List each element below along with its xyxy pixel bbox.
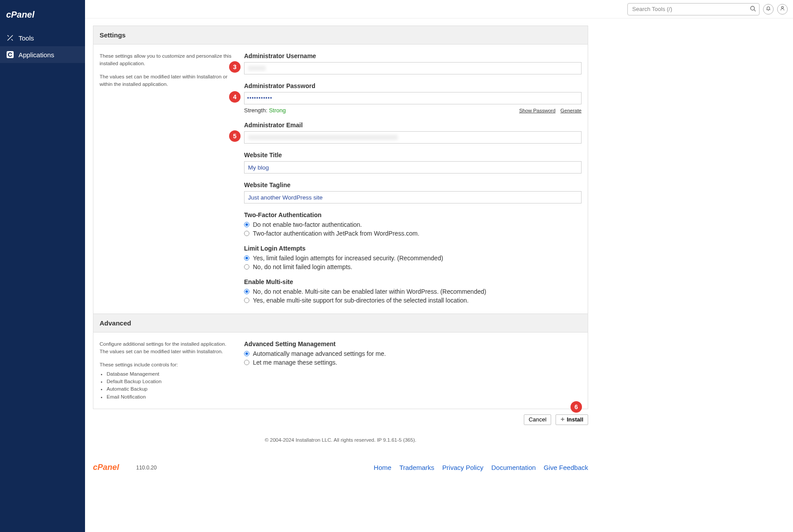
footer-link-home[interactable]: Home [374, 464, 391, 471]
account-button[interactable] [777, 4, 788, 15]
svg-text:cPanel: cPanel [6, 10, 35, 19]
search-input[interactable] [627, 3, 760, 15]
advanced-header: Advanced [93, 314, 588, 332]
multisite-yes[interactable]: Yes, enable multi-site support for sub-d… [244, 297, 582, 304]
search-icon[interactable] [750, 5, 756, 13]
notifications-button[interactable] [763, 4, 774, 15]
tfa-option-disable[interactable]: Do not enable two-factor authentication. [244, 221, 582, 228]
advanced-mgmt-label: Advanced Setting Management [244, 340, 582, 347]
radio-checked-icon[interactable] [244, 222, 249, 227]
advanced-bullets: Database Management Default Backup Locat… [107, 370, 232, 401]
footer-links: Home Trademarks Privacy Policy Documenta… [374, 464, 588, 471]
show-password-link[interactable]: Show Password [519, 108, 555, 113]
admin-password-label: Administrator Password [244, 82, 582, 89]
advanced-mgmt-field: Advanced Setting Management Automaticall… [244, 340, 582, 366]
website-title-input[interactable] [244, 161, 582, 174]
radio-unchecked-icon[interactable] [244, 264, 249, 270]
step-badge-4: 4 [229, 91, 241, 103]
radio-checked-icon[interactable] [244, 289, 249, 294]
search-wrap [627, 3, 760, 15]
footer-link-trademarks[interactable]: Trademarks [399, 464, 434, 471]
sidebar-item-applications[interactable]: Applications [0, 46, 85, 63]
password-strength-value: Strong [269, 107, 285, 114]
sidebar-item-tools[interactable]: Tools [0, 30, 85, 46]
sidebar-item-label: Applications [19, 51, 54, 59]
step-badge-3: 3 [229, 61, 241, 73]
footer-link-documentation[interactable]: Documentation [491, 464, 536, 471]
svg-point-4 [782, 7, 784, 9]
cpanel-version: 110.0.20 [136, 465, 157, 471]
settings-description: These settings allow you to customize an… [100, 52, 232, 306]
plus-icon [560, 416, 565, 423]
copyright-text: © 2004-2024 Installatron LLC. All rights… [93, 437, 588, 443]
tools-icon [6, 34, 14, 42]
limit-login-field: Limit Login Attempts Yes, limit failed l… [244, 245, 582, 270]
footer-link-privacy[interactable]: Privacy Policy [442, 464, 483, 471]
advanced-mgmt-auto[interactable]: Automatically manage advanced settings f… [244, 350, 582, 357]
user-icon [780, 6, 785, 12]
admin-email-field: 5 Administrator Email [244, 122, 582, 144]
footer: cPanel 110.0.20 Home Trademarks Privacy … [93, 458, 588, 481]
tfa-option-jetpack[interactable]: Two-factor authentication with JetPack f… [244, 230, 582, 237]
bell-icon [766, 6, 771, 12]
step-badge-5: 5 [229, 130, 241, 142]
sidebar: cPanel Tools Applications [0, 0, 85, 532]
topbar [85, 0, 793, 18]
website-tagline-field: Website Tagline [244, 181, 582, 203]
admin-email-label: Administrator Email [244, 122, 582, 129]
two-factor-label: Two-Factor Authentication [244, 211, 582, 218]
footer-link-feedback[interactable]: Give Feedback [544, 464, 588, 471]
website-title-label: Website Title [244, 151, 582, 159]
multisite-label: Enable Multi-site [244, 278, 582, 285]
admin-username-input[interactable] [244, 62, 582, 74]
multisite-field: Enable Multi-site No, do not enable. Mul… [244, 278, 582, 304]
install-button[interactable]: Install [556, 414, 588, 425]
settings-card: Settings These settings allow you to cus… [93, 26, 588, 409]
multisite-no[interactable]: No, do not enable. Multi-site can be ena… [244, 288, 582, 295]
website-title-field: Website Title [244, 151, 582, 174]
radio-unchecked-icon[interactable] [244, 298, 249, 303]
svg-text:cPanel: cPanel [93, 462, 119, 472]
cpanel-logo: cPanel [0, 5, 85, 30]
admin-password-input[interactable]: ••••••••••• [244, 92, 582, 104]
actions-row: 6 Cancel Install [93, 414, 588, 425]
radio-checked-icon[interactable] [244, 255, 249, 261]
radio-unchecked-icon[interactable] [244, 231, 249, 236]
admin-username-field: 3 Administrator Username [244, 52, 582, 74]
two-factor-field: Two-Factor Authentication Do not enable … [244, 211, 582, 237]
admin-username-label: Administrator Username [244, 52, 582, 59]
advanced-mgmt-manual[interactable]: Let me manage these settings. [244, 359, 582, 366]
settings-header: Settings [93, 26, 588, 44]
main: Settings These settings allow you to cus… [85, 0, 793, 532]
website-tagline-input[interactable] [244, 191, 582, 203]
limit-login-no[interactable]: No, do not limit failed login attempts. [244, 263, 582, 270]
cancel-button[interactable]: Cancel [524, 414, 551, 425]
website-tagline-label: Website Tagline [244, 181, 582, 188]
password-strength-label: Strength: [244, 107, 269, 114]
step-badge-6: 6 [571, 401, 582, 413]
generate-password-link[interactable]: Generate [560, 108, 582, 113]
admin-password-field: 4 Administrator Password ••••••••••• Str… [244, 82, 582, 114]
radio-unchecked-icon[interactable] [244, 360, 249, 365]
admin-email-input[interactable] [244, 131, 582, 144]
cpanel-footer-logo: cPanel [93, 462, 133, 473]
limit-login-yes[interactable]: Yes, limit failed login attempts for inc… [244, 255, 582, 262]
sidebar-item-label: Tools [19, 34, 34, 42]
limit-login-label: Limit Login Attempts [244, 245, 582, 252]
advanced-description: Configure additional settings for the in… [100, 340, 232, 401]
applications-icon [6, 51, 14, 59]
radio-checked-icon[interactable] [244, 351, 249, 356]
svg-point-3 [751, 6, 755, 10]
svg-rect-2 [11, 54, 13, 55]
